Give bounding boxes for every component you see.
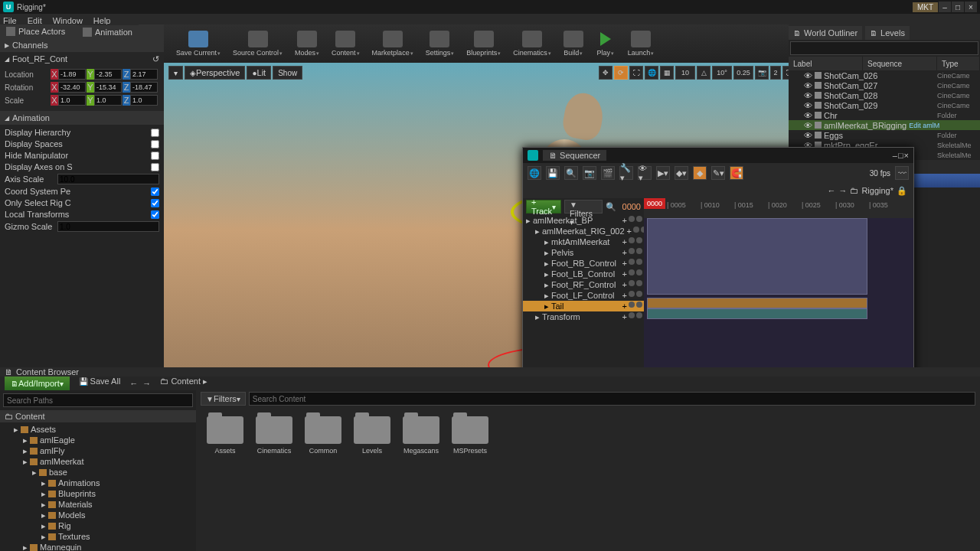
grid-snap-value[interactable]: 10: [675, 66, 695, 80]
expand-icon[interactable]: ▸: [41, 532, 46, 542]
seq-maximize-button[interactable]: □: [898, 151, 903, 160]
expand-icon[interactable]: ▸: [32, 468, 37, 478]
expand-icon[interactable]: ▸: [544, 248, 549, 258]
outliner-row[interactable]: 👁ShotCam_029CineCame: [789, 100, 980, 110]
outliner-row[interactable]: 👁EggsFolder: [789, 130, 980, 140]
minimize-button[interactable]: –: [939, 2, 951, 12]
world-outliner-tab[interactable]: 🗎 World Outliner: [789, 26, 862, 40]
expand-icon[interactable]: ▸: [544, 237, 549, 247]
seq-key-dot[interactable]: [636, 259, 642, 265]
outliner-row[interactable]: 👁ChrFolder: [789, 110, 980, 120]
grid-snap-button[interactable]: ▦: [660, 66, 674, 80]
seq-autokey-button[interactable]: ◆: [693, 166, 707, 180]
seq-curve-button[interactable]: 〰: [895, 166, 909, 180]
maximize-button[interactable]: □: [952, 2, 964, 12]
save-button[interactable]: Save Current▾: [172, 29, 225, 58]
cinematics-button[interactable]: Cinematics▾: [508, 29, 556, 58]
col-sequence[interactable]: Sequence: [863, 57, 937, 70]
seq-tree-row[interactable]: ▸Foot_RF_Control+: [523, 279, 644, 290]
expand-icon[interactable]: ▸: [544, 269, 549, 279]
seq-section-dot[interactable]: [629, 216, 635, 222]
seq-key-dot[interactable]: [636, 312, 642, 318]
seq-add-key-button[interactable]: +: [622, 291, 627, 300]
seq-clip[interactable]: [647, 218, 867, 295]
expand-icon[interactable]: ▸: [41, 478, 46, 488]
seq-tree-row[interactable]: ▸mktAmlMeerkat+: [523, 236, 644, 247]
rotation-y-input[interactable]: [94, 82, 122, 93]
anim-opt-checkbox[interactable]: [151, 210, 159, 219]
seq-time-ruler[interactable]: 0000 | 0005| 0010| 0015| 0020| 0025| 003…: [644, 198, 913, 218]
anim-opt-checkbox[interactable]: [151, 140, 159, 148]
show-button[interactable]: Show: [273, 66, 302, 80]
seq-back-button[interactable]: ←: [827, 186, 835, 195]
blueprints-button[interactable]: Blueprints▾: [462, 29, 505, 58]
cb-tree-node[interactable]: ▸Materials: [2, 499, 194, 510]
seq-close-button[interactable]: ×: [904, 151, 909, 160]
seq-fps-label[interactable]: 30 fps: [870, 169, 890, 178]
seq-key-dot[interactable]: [636, 291, 642, 297]
anim-opt-checkbox[interactable]: [151, 163, 159, 171]
seq-tail-clip[interactable]: [647, 298, 867, 308]
anim-opt-checkbox[interactable]: [151, 199, 159, 207]
seq-fwd-button[interactable]: →: [838, 186, 847, 195]
expand-icon[interactable]: ▸: [544, 291, 549, 301]
angle-snap-button[interactable]: △: [697, 66, 710, 80]
seq-add-key-button[interactable]: +: [622, 269, 627, 279]
location-z-input[interactable]: [130, 69, 158, 80]
sequencer-titlebar[interactable]: 🗎 Sequencer – □ ×: [523, 148, 913, 163]
seq-tree-row[interactable]: ▸amlMeerkat_RIG_002+: [523, 226, 644, 236]
seq-tree-row[interactable]: ▸Transform+: [523, 311, 644, 322]
seq-playback-button[interactable]: ▶▾: [656, 166, 670, 180]
anim-opt-checkbox[interactable]: [151, 152, 159, 160]
seq-key-dot[interactable]: [636, 269, 642, 276]
cb-tree-node[interactable]: ▸amlMeerkat: [2, 456, 194, 467]
cb-tree-node[interactable]: ▸Textures: [2, 531, 194, 542]
seq-playhead[interactable]: 0000: [644, 198, 665, 209]
settings-button[interactable]: Settings▾: [421, 29, 459, 58]
seq-actions-button[interactable]: 🔧▾: [619, 166, 633, 180]
eye-icon[interactable]: 👁: [804, 71, 812, 80]
build-button[interactable]: Build▾: [559, 29, 588, 58]
seq-add-track-button[interactable]: + Track ▾: [526, 200, 561, 214]
expand-icon[interactable]: ▸: [23, 435, 28, 445]
anim-opt-input[interactable]: [57, 174, 159, 184]
seq-section-dot[interactable]: [633, 227, 639, 233]
expand-icon[interactable]: ▸: [41, 521, 46, 531]
play-button[interactable]: Play▾: [591, 29, 620, 58]
cb-search-content-input[interactable]: [249, 392, 975, 406]
seq-render-button[interactable]: 🎬: [601, 166, 615, 180]
content-browser-tab[interactable]: 🗎 Content Browser: [0, 367, 980, 377]
content-button[interactable]: Content▾: [327, 29, 364, 58]
seq-add-key-button[interactable]: +: [622, 216, 627, 225]
cb-filters-button[interactable]: ▼ Filters ▾: [201, 392, 246, 406]
seq-key-button[interactable]: ◆▾: [675, 166, 688, 180]
eye-icon[interactable]: 👁: [804, 131, 812, 140]
seq-filters-button[interactable]: ▼ Filters ▾: [564, 200, 602, 214]
modes-button[interactable]: Modes▾: [290, 29, 324, 58]
outliner-row[interactable]: 👁ShotCam_027CineCame: [789, 80, 980, 90]
cb-breadcrumb[interactable]: 🗀 Content ▸: [155, 377, 212, 390]
seq-add-key-button[interactable]: +: [622, 312, 627, 321]
cb-folder-item[interactable]: Common: [303, 416, 343, 455]
expand-icon[interactable]: ▸: [41, 510, 46, 520]
cb-tree-node[interactable]: ▸Rig: [2, 520, 194, 531]
lock-icon[interactable]: 🔒: [897, 186, 907, 196]
seq-section-dot[interactable]: [629, 291, 635, 297]
expand-icon[interactable]: ▸: [23, 543, 28, 552]
seq-transform-clip[interactable]: [647, 308, 867, 319]
cb-tree-node[interactable]: ▸Assets: [2, 424, 194, 435]
outliner-search-input[interactable]: [790, 41, 978, 55]
perspective-button[interactable]: ◈ Perspective: [185, 66, 245, 80]
cb-tree-node[interactable]: ▸Models: [2, 510, 194, 520]
transform-scale-button[interactable]: ⛶: [629, 66, 643, 80]
rotation-x-input[interactable]: [58, 82, 86, 93]
seq-tree-row[interactable]: ▸Pelvis+: [523, 247, 644, 258]
seq-view-button[interactable]: 👁▾: [638, 166, 652, 180]
location-x-input[interactable]: [58, 69, 86, 80]
seq-tree-row[interactable]: ▸Tail+: [523, 301, 644, 311]
seq-tree-row[interactable]: ▸Foot_LB_Control+: [523, 269, 644, 279]
cb-back-button[interactable]: ←: [129, 379, 138, 388]
expand-icon[interactable]: ▸: [544, 259, 549, 269]
launch-button[interactable]: Launch▾: [623, 29, 659, 58]
cb-tree-node[interactable]: ▸base: [2, 467, 194, 478]
